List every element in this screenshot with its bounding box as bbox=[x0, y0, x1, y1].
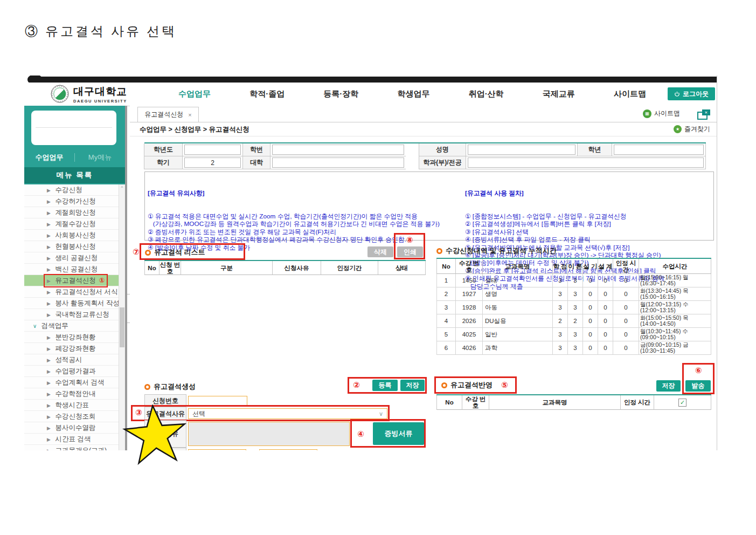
sidebar-menu-item[interactable]: ▶ 학생시간표 bbox=[24, 400, 125, 411]
select-all-checkbox[interactable]: ✓ bbox=[678, 399, 686, 407]
sidebar-menu-item[interactable]: ▶ 수강학점안내 bbox=[24, 388, 125, 400]
section-bullet-icon bbox=[441, 382, 447, 388]
menu-item-label: 수강신청조회 bbox=[55, 413, 95, 420]
app-header: 대구대학교 DAEGU UNIVERSITY 수업업무 학적·졸업 등록·장학 … bbox=[24, 83, 717, 106]
evidence-button[interactable]: 증빙서류 bbox=[373, 422, 424, 445]
tab-close-icon[interactable]: × bbox=[188, 112, 191, 118]
sidebar-menu-item[interactable]: ▶ 교과목개요(교과) bbox=[24, 445, 125, 450]
sidebar-menu-item[interactable]: ▶ 생리 공결신청 bbox=[24, 252, 125, 264]
content-area: 유고결석신청 × ▦ 사이트맵 ✕ 수업업무 > 신청업무 > 유고결석신청 ★… bbox=[130, 106, 717, 450]
sitemap-link[interactable]: ▦ 사이트맵 bbox=[643, 109, 680, 118]
studentno-input[interactable] bbox=[272, 145, 404, 155]
sidebar-tab-main[interactable]: 수업업무 bbox=[24, 153, 74, 162]
sidebar-menu-item[interactable]: ▶ 봉사 활동계획서 작성 bbox=[24, 298, 125, 309]
sidebar-menu-item[interactable]: ▶ 유고결석신청서 서식 bbox=[24, 286, 125, 298]
window-top-bar bbox=[29, 77, 717, 83]
sidebar-menu-item[interactable]: ▶ 성적공시 bbox=[24, 354, 125, 366]
menu-item-label: 유고결석신청 bbox=[55, 277, 95, 284]
sidebar-menu-item[interactable]: ▶ 계절수강신청 bbox=[24, 218, 125, 230]
period-end-input[interactable] bbox=[259, 449, 317, 450]
sidebar-menu-item[interactable]: ▶ 분반강좌현황 bbox=[24, 332, 125, 343]
print-button[interactable]: 인쇄 bbox=[397, 246, 423, 257]
top-nav-item[interactable]: 사이트맵 bbox=[614, 89, 646, 99]
notice-line: ③ [유고결석사유] 선택 bbox=[465, 228, 713, 236]
logout-button[interactable]: 로그아웃 bbox=[668, 87, 715, 100]
apply-save-button[interactable]: 저장 bbox=[656, 380, 681, 392]
year-label: 학년도 bbox=[144, 143, 183, 156]
menu-item-label: 수강허가신청 bbox=[55, 197, 95, 205]
sidebar-menu-item[interactable]: ▶ 사회봉사신청 bbox=[24, 230, 125, 241]
scroll-up-icon[interactable]: ^ bbox=[119, 185, 125, 190]
name-input[interactable] bbox=[468, 145, 575, 155]
menu-arrow-icon: ▶ bbox=[47, 199, 51, 204]
apply-section-title: 유고결석반영 ⑤ bbox=[441, 380, 508, 390]
star-shape bbox=[123, 403, 188, 464]
apply-reason-textarea[interactable] bbox=[188, 422, 350, 446]
top-nav-item[interactable]: 학적·졸업 bbox=[249, 89, 285, 99]
top-nav-item[interactable]: 수업업무 bbox=[178, 89, 211, 99]
send-button[interactable]: 발송 bbox=[685, 380, 711, 392]
sidebar-menu-item[interactable]: ▶ 헌혈봉사신청 bbox=[24, 241, 125, 252]
credit-table: No 수강 번호 교과목명 학 점 이 론 실 기 설 계 인정 시간 수업시간… bbox=[436, 258, 711, 355]
credit-table-row: 2 1927 생명 3 3 0 0 0 화(13:30~14:45) 목(15:… bbox=[436, 287, 711, 301]
notice-box: [유고결석 유의사항] ① 유고결석 적용은 대면수업 및 실시간 Zoom 수… bbox=[144, 172, 714, 241]
tab-absence-application[interactable]: 유고결석신청 × bbox=[137, 107, 199, 122]
sidebar-menu-item[interactable]: ▶ 시간표 검색 bbox=[24, 434, 125, 445]
menu-arrow-icon: ▶ bbox=[47, 369, 51, 374]
menu-arrow-icon: ▶ bbox=[47, 437, 51, 442]
sidebar-menu-item[interactable]: ▶ 계절희망신청 bbox=[24, 207, 125, 218]
scrollbar-thumb[interactable] bbox=[120, 307, 124, 347]
annotation-5: ⑤ bbox=[501, 380, 508, 390]
sidebar-menu-item[interactable]: ▶ 국내학점교류신청 bbox=[24, 309, 125, 320]
menu-item-label: 시간표 검색 bbox=[55, 435, 91, 443]
menu-arrow-icon: ▶ bbox=[47, 222, 51, 227]
tab-bar: 유고결석신청 × ▦ 사이트맵 ✕ bbox=[130, 106, 717, 122]
absence-list-title: 유고결석 리스트 bbox=[145, 248, 205, 257]
section-bullet-icon bbox=[436, 248, 442, 254]
top-nav-item[interactable]: 등록·장학 bbox=[323, 89, 358, 99]
favorite-star-icon: ★ bbox=[674, 125, 682, 133]
appno-input[interactable] bbox=[188, 396, 247, 406]
window-popup-icon[interactable]: ✕ bbox=[697, 109, 711, 119]
grade-input[interactable] bbox=[614, 145, 704, 155]
sidebar-menu-item[interactable]: ▶ 백신 공결신청 bbox=[24, 264, 125, 275]
sidebar-menu-item[interactable]: ▶ 수강신청 bbox=[24, 184, 125, 196]
sidebar-menu-item[interactable]: ▶ 폐강강좌현황 bbox=[24, 343, 125, 354]
delete-button[interactable]: 삭제 bbox=[367, 246, 393, 257]
favorite-button[interactable]: ★ 즐겨찾기 bbox=[674, 125, 710, 134]
sidebar: 수업업무 My메뉴 메뉴 목록 ▶ 수강신청 ▶ 수강허가신청 bbox=[24, 106, 125, 450]
sidebar-tab-mymenu[interactable]: My메뉴 bbox=[75, 153, 125, 162]
top-nav-item[interactable]: 국제교류 bbox=[543, 89, 575, 99]
semester-input[interactable]: 2 bbox=[184, 157, 241, 168]
sidebar-menu-item[interactable]: ▶ 봉사이수열람 bbox=[24, 422, 125, 434]
menu-arrow-icon: ▶ bbox=[47, 380, 51, 386]
dept-input[interactable] bbox=[468, 157, 704, 168]
create-save-button[interactable]: 저장 bbox=[400, 380, 425, 391]
menu-arrow-icon: ∨ bbox=[33, 323, 37, 329]
top-nav-item[interactable]: 취업·산학 bbox=[469, 89, 504, 99]
menu-item-label: 계절희망신청 bbox=[55, 209, 95, 216]
sidebar-menu-item[interactable]: ▶ 수강허가신청 bbox=[24, 196, 125, 207]
credit-table-row: 1 1450 생태 3 3 0 0 0 월(15:00~16:15) 월(16:… bbox=[436, 274, 711, 287]
sidebar-menu-item[interactable]: ▶ 유고결석신청 ① bbox=[24, 275, 125, 286]
sidebar-menu: ▶ 수강신청 ▶ 수강허가신청 ▶ 계절 bbox=[24, 184, 125, 450]
menu-item-label: 교과목개요(교과) bbox=[55, 447, 107, 450]
menu-item-label: 분반강좌현황 bbox=[55, 333, 95, 341]
year-input[interactable] bbox=[184, 145, 241, 155]
sidebar-menu-item[interactable]: ∨ 검색업무 bbox=[24, 320, 125, 332]
college-input[interactable] bbox=[272, 157, 404, 168]
top-nav-item[interactable]: 학생업무 bbox=[397, 89, 429, 99]
register-button[interactable]: 등록 bbox=[372, 380, 398, 391]
sidebar-menu-item[interactable]: ▶ 수업평가결과 bbox=[24, 366, 125, 377]
absence-reason-select[interactable]: 선택 ∨ bbox=[188, 408, 387, 419]
menu-item-label: 유고결석신청서 서식 bbox=[55, 288, 117, 296]
credit-table-row: 3 1928 아동 3 3 0 0 0 월(12:00~13:15) 수(12:… bbox=[436, 301, 711, 314]
menu-list-header: 메뉴 목록 bbox=[24, 167, 125, 183]
section-bullet-icon bbox=[145, 250, 151, 256]
menu-item-label: 사회봉사신청 bbox=[55, 231, 95, 239]
period-start-input[interactable] bbox=[188, 449, 246, 450]
notice-line: ① [종합정보시스템] - 수업업무 - 신청업무 - 유고결석신청 bbox=[465, 212, 713, 220]
sidebar-menu-item[interactable]: ▶ 수업계획서 검색 bbox=[24, 377, 125, 388]
student-info-form: 학년도 학번 성명 학년 학기 2 대학 학과(부)/전공 bbox=[144, 142, 706, 169]
sidebar-menu-item[interactable]: ▶ 수강신청조회 bbox=[24, 411, 125, 422]
